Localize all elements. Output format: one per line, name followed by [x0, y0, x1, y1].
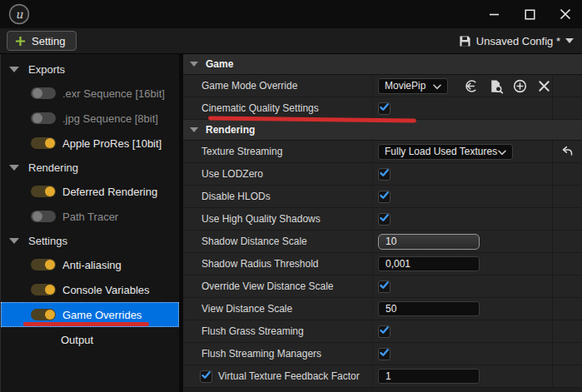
chevron-expanded-icon: [9, 238, 19, 244]
property-label-cell: View Distance Scale: [183, 298, 373, 320]
config-dropdown[interactable]: Unsaved Config *: [459, 35, 574, 47]
property-value-cell: [373, 343, 552, 365]
sidebar-item-apple-prores-10bit[interactable]: Apple ProRes [10bit]: [1, 131, 179, 156]
clear-icon[interactable]: [535, 77, 552, 94]
sidebar-item-label: Game Overrides: [62, 309, 142, 321]
property-value-cell: [373, 320, 552, 342]
dropdown-value: MoviePip: [385, 80, 425, 92]
property-value-cell: 0,001: [373, 253, 552, 275]
property-label-cell: Use High Quality Shadows: [183, 208, 373, 230]
property-row-shadow-distance-scale: Shadow Distance Scale10: [183, 231, 582, 253]
sidebar-item-anti-aliasing[interactable]: Anti-aliasing: [1, 252, 179, 277]
chevron-down-icon: [433, 78, 441, 93]
toggle-switch-deferred-rendering[interactable]: [31, 186, 56, 197]
property-label-cell: Game Mode Override: [183, 75, 373, 97]
reset-cell: [552, 275, 582, 297]
sidebar-item-label: Path Tracer: [62, 211, 118, 223]
toggle-switch-exr-sequence-16bit[interactable]: [31, 87, 56, 99]
sidebar-item-game-overrides[interactable]: Game Overrides: [1, 302, 179, 327]
sidebar-item-path-tracer[interactable]: Path Tracer: [1, 204, 179, 229]
checkbox-flush-streaming-managers[interactable]: [378, 348, 390, 360]
sidebar-header-exports[interactable]: Exports: [1, 57, 179, 81]
checkbox-flush-grass-streaming[interactable]: [378, 325, 390, 338]
section-header-rendering[interactable]: Rendering: [183, 120, 582, 141]
value-input-view-distance-scale[interactable]: 50: [378, 301, 480, 316]
reset-cell: [552, 75, 582, 97]
checkbox-disable-hlods[interactable]: [378, 191, 390, 203]
property-row-view-distance-scale: View Distance Scale50: [183, 298, 582, 320]
property-label-cell: Texture Streaming: [183, 141, 373, 162]
property-label-cell: Virtual Texture Feedback Factor: [183, 365, 373, 387]
reset-to-default-icon[interactable]: [560, 145, 574, 158]
checkbox-cinematic-quality-settings[interactable]: [378, 102, 390, 115]
dropdown-game-mode-override[interactable]: MoviePip: [378, 78, 448, 94]
toggle-knob: [45, 138, 55, 148]
section-title: Game: [206, 58, 233, 70]
checkbox-use-lodzero[interactable]: [378, 168, 390, 181]
property-label: Use LODZero: [201, 168, 263, 180]
config-label: Unsaved Config *: [476, 35, 560, 47]
sidebar-header-rendering[interactable]: Rendering: [1, 156, 179, 179]
property-label-cell: Shadow Radius Threshold: [183, 253, 373, 275]
toggle-switch-anti-aliasing[interactable]: [31, 259, 56, 270]
sidebar-item-jpg-sequence-8bit[interactable]: .jpg Sequence [8bit]: [1, 106, 179, 131]
title-bar: u: [0, 0, 582, 28]
toggle-switch-path-tracer[interactable]: [31, 211, 56, 222]
slider-input-shadow-distance-scale[interactable]: 10: [378, 234, 480, 250]
dropdown-texture-streaming[interactable]: Fully Load Used Textures: [378, 144, 513, 160]
create-new-asset-icon[interactable]: [511, 77, 528, 94]
toggle-switch-apple-prores-10bit[interactable]: [31, 137, 56, 149]
toggle-knob: [45, 285, 55, 295]
sidebar-item-label: Anti-aliasing: [62, 259, 122, 271]
property-row-shadow-radius-threshold: Shadow Radius Threshold0,001: [183, 253, 582, 275]
value-input-shadow-radius-threshold[interactable]: 0,001: [378, 256, 480, 271]
property-value-cell: 10: [373, 231, 552, 252]
toggle-switch-jpg-sequence-8bit[interactable]: [31, 112, 56, 124]
check-icon: [379, 211, 390, 226]
check-icon: [379, 166, 390, 181]
settings-sidebar: Exports.exr Sequence [16bit].jpg Sequenc…: [0, 54, 179, 392]
property-row-virtual-texture-feedback-factor: Virtual Texture Feedback Factor1: [183, 365, 582, 388]
toggle-switch-console-variables[interactable]: [31, 284, 56, 295]
checkbox-virtual-texture-feedback-factor[interactable]: [200, 370, 212, 383]
unreal-engine-logo-icon: u: [8, 3, 30, 25]
property-value-cell: 50: [373, 298, 552, 320]
toggle-switch-game-overrides[interactable]: [31, 309, 56, 320]
property-label: Shadow Radius Threshold: [201, 258, 319, 270]
setting-button-label: Setting: [32, 35, 65, 47]
property-label-cell: Flush Grass Streaming: [183, 320, 373, 342]
property-row-use-lodzero: Use LODZero: [183, 163, 582, 186]
property-row-use-high-quality-shadows: Use High Quality Shadows: [183, 208, 582, 231]
toggle-knob: [32, 113, 42, 123]
reset-cell: [552, 97, 582, 119]
property-value-cell: Fully Load Used Textures: [373, 141, 552, 162]
section-header-game[interactable]: Game: [183, 54, 582, 75]
close-button[interactable]: [559, 7, 572, 21]
sidebar-item-deferred-rendering[interactable]: Deferred Rendering: [1, 179, 179, 204]
reset-cell: [552, 141, 582, 162]
reset-cell: [552, 186, 582, 207]
chevron-expanded-icon: [190, 62, 198, 67]
reset-cell: [552, 298, 582, 320]
section-title: Rendering: [206, 124, 255, 136]
use-selected-asset-icon[interactable]: [463, 77, 480, 94]
maximize-button[interactable]: [523, 7, 536, 21]
minimize-button[interactable]: [487, 7, 500, 21]
browse-to-asset-icon[interactable]: [487, 77, 504, 94]
reset-cell: [552, 231, 582, 252]
property-row-cinematic-quality-settings: Cinematic Quality Settings: [183, 97, 582, 120]
add-setting-button[interactable]: Setting: [7, 31, 77, 51]
sidebar-item-output[interactable]: Output: [1, 327, 179, 352]
sidebar-item-exr-sequence-16bit[interactable]: .exr Sequence [16bit]: [1, 81, 179, 106]
checkbox-override-view-distance-scale[interactable]: [378, 280, 390, 293]
reset-cell: [552, 320, 582, 342]
sidebar-item-label: Deferred Rendering: [62, 186, 157, 198]
checkbox-use-high-quality-shadows[interactable]: [378, 213, 390, 226]
sidebar-item-console-variables[interactable]: Console Variables: [1, 277, 179, 302]
sidebar-header-settings[interactable]: Settings: [1, 229, 179, 252]
toolbar: Setting Unsaved Config *: [0, 28, 582, 54]
sidebar-item-label: Apple ProRes [10bit]: [62, 137, 162, 150]
value-input-virtual-texture-feedback-factor[interactable]: 1: [378, 369, 480, 384]
property-label: Game Mode Override: [201, 80, 297, 92]
toggle-knob: [45, 260, 55, 270]
